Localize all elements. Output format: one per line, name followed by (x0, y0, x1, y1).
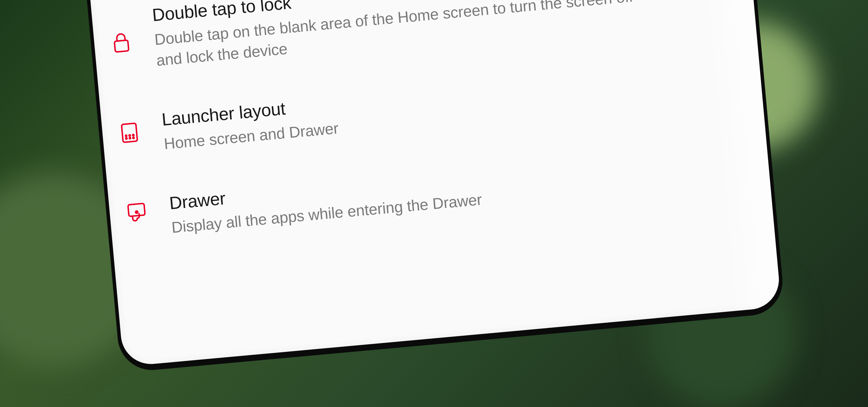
svg-rect-2 (121, 123, 137, 142)
layout-icon (114, 111, 145, 145)
svg-point-7 (129, 135, 130, 136)
phone-bezel: Swipe right Shelf Double tap to lock (82, 0, 785, 373)
svg-point-3 (126, 138, 127, 139)
svg-point-6 (125, 135, 127, 136)
svg-point-8 (133, 134, 134, 136)
drawer-icon (121, 195, 152, 224)
svg-point-10 (135, 211, 138, 213)
lock-icon (104, 7, 136, 55)
svg-rect-1 (114, 40, 129, 52)
svg-rect-9 (128, 203, 145, 216)
settings-list: Swipe right Shelf Double tap to lock (86, 0, 772, 263)
svg-point-4 (129, 137, 131, 139)
svg-point-5 (133, 137, 134, 139)
phone-frame: Swipe right Shelf Double tap to lock (82, 0, 785, 373)
phone-screen: Swipe right Shelf Double tap to lock (86, 0, 781, 367)
